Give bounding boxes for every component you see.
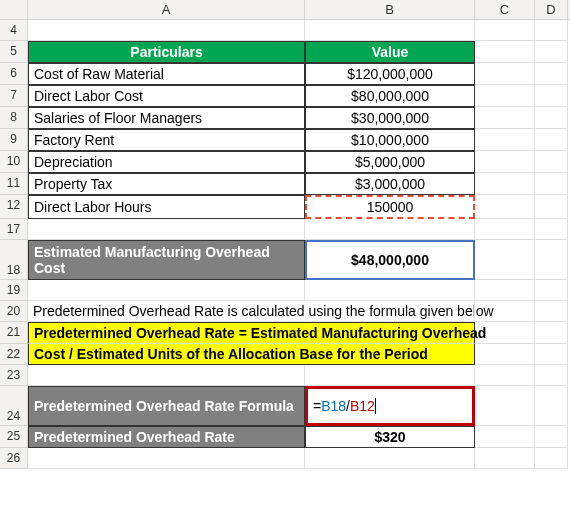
cell-B23[interactable] bbox=[305, 365, 475, 386]
row-header-21[interactable]: 21 bbox=[0, 322, 28, 344]
cell-C26[interactable] bbox=[475, 448, 535, 469]
cell-A23[interactable] bbox=[28, 365, 305, 386]
corner-cell[interactable] bbox=[0, 0, 28, 19]
cell-D25[interactable] bbox=[535, 426, 568, 448]
col-header-D[interactable]: D bbox=[535, 0, 568, 19]
row-header-19[interactable]: 19 bbox=[0, 280, 28, 301]
row-header-18[interactable]: 18 bbox=[0, 240, 28, 280]
value-property-tax[interactable]: $3,000,000 bbox=[305, 173, 475, 195]
col-header-C[interactable]: C bbox=[475, 0, 535, 19]
cell-C10[interactable] bbox=[475, 151, 535, 173]
cell-C5[interactable] bbox=[475, 41, 535, 63]
cell-B17[interactable] bbox=[305, 219, 475, 240]
cell-D22[interactable] bbox=[535, 344, 568, 365]
cell-D17[interactable] bbox=[535, 219, 568, 240]
row-header-24[interactable]: 24 bbox=[0, 386, 28, 426]
row-header-12[interactable]: 12 bbox=[0, 195, 28, 219]
value-overhead-cost[interactable]: $48,000,000 bbox=[305, 240, 475, 280]
cell-C4[interactable] bbox=[475, 20, 535, 41]
value-direct-labor[interactable]: $80,000,000 bbox=[305, 85, 475, 107]
value-rate-result[interactable]: $320 bbox=[305, 426, 475, 448]
label-depreciation[interactable]: Depreciation bbox=[28, 151, 305, 173]
cell-C8[interactable] bbox=[475, 107, 535, 129]
header-particulars[interactable]: Particulars bbox=[28, 41, 305, 63]
row-header-25[interactable]: 25 bbox=[0, 426, 28, 448]
row-header-6[interactable]: 6 bbox=[0, 63, 28, 85]
row-header-17[interactable]: 17 bbox=[0, 219, 28, 240]
value-rent[interactable]: $10,000,000 bbox=[305, 129, 475, 151]
cell-D26[interactable] bbox=[535, 448, 568, 469]
cell-D5[interactable] bbox=[535, 41, 568, 63]
spreadsheet: A B C D 4 5 Particulars Value 6 Cost of … bbox=[0, 0, 570, 469]
cell-D9[interactable] bbox=[535, 129, 568, 151]
cell-C24[interactable] bbox=[475, 386, 535, 426]
row-header-8[interactable]: 8 bbox=[0, 107, 28, 129]
cell-D18[interactable] bbox=[535, 240, 568, 280]
row-header-7[interactable]: 7 bbox=[0, 85, 28, 107]
cell-C6[interactable] bbox=[475, 63, 535, 85]
cell-D24[interactable] bbox=[535, 386, 568, 426]
cell-C19[interactable] bbox=[475, 280, 535, 301]
row-header-22[interactable]: 22 bbox=[0, 344, 28, 365]
value-salaries[interactable]: $30,000,000 bbox=[305, 107, 475, 129]
cell-B26[interactable] bbox=[305, 448, 475, 469]
row-header-26[interactable]: 26 bbox=[0, 448, 28, 469]
cell-D23[interactable] bbox=[535, 365, 568, 386]
label-rate-formula[interactable]: Predetermined Overhead Rate Formula bbox=[28, 386, 305, 426]
cell-B4[interactable] bbox=[305, 20, 475, 41]
cell-D12[interactable] bbox=[535, 195, 568, 219]
label-labor-hours[interactable]: Direct Labor Hours bbox=[28, 195, 305, 219]
note-text[interactable]: Predetermined Overhead Rate is calculate… bbox=[28, 301, 305, 322]
label-overhead-cost[interactable]: Estimated Manufacturing Overhead Cost bbox=[28, 240, 305, 280]
cell-B20[interactable] bbox=[305, 301, 475, 322]
cell-D20[interactable] bbox=[535, 301, 568, 322]
cell-C9[interactable] bbox=[475, 129, 535, 151]
cell-D8[interactable] bbox=[535, 107, 568, 129]
cell-C17[interactable] bbox=[475, 219, 535, 240]
cell-D10[interactable] bbox=[535, 151, 568, 173]
formula-ref-b18: B18 bbox=[321, 398, 346, 414]
row-header-11[interactable]: 11 bbox=[0, 173, 28, 195]
formula-banner-line1[interactable]: Predetermined Overhead Rate = Estimated … bbox=[28, 322, 475, 344]
cell-D19[interactable] bbox=[535, 280, 568, 301]
cell-A19[interactable] bbox=[28, 280, 305, 301]
cell-C20[interactable] bbox=[475, 301, 535, 322]
cell-C7[interactable] bbox=[475, 85, 535, 107]
label-rate-result[interactable]: Predetermined Overhead Rate bbox=[28, 426, 305, 448]
label-salaries[interactable]: Salaries of Floor Managers bbox=[28, 107, 305, 129]
row-header-20[interactable]: 20 bbox=[0, 301, 28, 322]
header-value[interactable]: Value bbox=[305, 41, 475, 63]
cell-D6[interactable] bbox=[535, 63, 568, 85]
row-header-23[interactable]: 23 bbox=[0, 365, 28, 386]
cell-C12[interactable] bbox=[475, 195, 535, 219]
label-raw-material[interactable]: Cost of Raw Material bbox=[28, 63, 305, 85]
value-labor-hours[interactable]: 150000 bbox=[305, 195, 475, 219]
cell-C25[interactable] bbox=[475, 426, 535, 448]
value-raw-material[interactable]: $120,000,000 bbox=[305, 63, 475, 85]
cell-C18[interactable] bbox=[475, 240, 535, 280]
cell-A17[interactable] bbox=[28, 219, 305, 240]
label-property-tax[interactable]: Property Tax bbox=[28, 173, 305, 195]
cell-D4[interactable] bbox=[535, 20, 568, 41]
cell-C23[interactable] bbox=[475, 365, 535, 386]
cell-D7[interactable] bbox=[535, 85, 568, 107]
row-header-10[interactable]: 10 bbox=[0, 151, 28, 173]
cell-C21[interactable] bbox=[475, 322, 535, 344]
label-direct-labor[interactable]: Direct Labor Cost bbox=[28, 85, 305, 107]
row-header-4[interactable]: 4 bbox=[0, 20, 28, 41]
formula-cell[interactable]: =B18/B12 bbox=[305, 386, 475, 426]
label-rent[interactable]: Factory Rent bbox=[28, 129, 305, 151]
cell-D11[interactable] bbox=[535, 173, 568, 195]
cell-C22[interactable] bbox=[475, 344, 535, 365]
cell-B19[interactable] bbox=[305, 280, 475, 301]
value-depreciation[interactable]: $5,000,000 bbox=[305, 151, 475, 173]
col-header-B[interactable]: B bbox=[305, 0, 475, 19]
cell-A26[interactable] bbox=[28, 448, 305, 469]
row-header-5[interactable]: 5 bbox=[0, 41, 28, 63]
cell-D21[interactable] bbox=[535, 322, 568, 344]
col-header-A[interactable]: A bbox=[28, 0, 305, 19]
row-header-9[interactable]: 9 bbox=[0, 129, 28, 151]
cell-A4[interactable] bbox=[28, 20, 305, 41]
cell-C11[interactable] bbox=[475, 173, 535, 195]
formula-banner-line2[interactable]: Cost / Estimated Units of the Allocation… bbox=[28, 344, 475, 365]
